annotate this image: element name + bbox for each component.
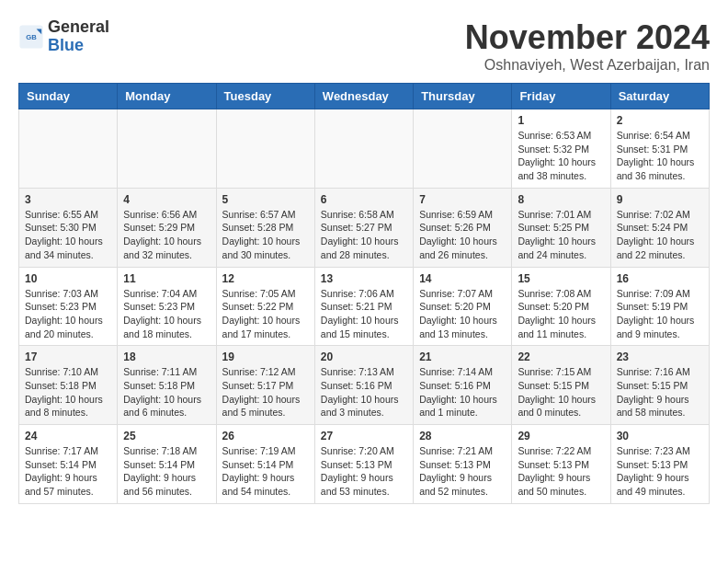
day-info: Sunrise: 6:56 AM Sunset: 5:29 PM Dayligh… bbox=[123, 208, 210, 262]
header-sunday: Sunday bbox=[19, 84, 118, 109]
calendar-cell: 1Sunrise: 6:53 AM Sunset: 5:32 PM Daylig… bbox=[512, 109, 610, 189]
calendar-cell: 28Sunrise: 7:21 AM Sunset: 5:13 PM Dayli… bbox=[414, 425, 512, 504]
day-info: Sunrise: 7:10 AM Sunset: 5:18 PM Dayligh… bbox=[25, 365, 111, 419]
header-thursday: Thursday bbox=[414, 84, 512, 109]
day-number: 4 bbox=[123, 193, 210, 206]
calendar-cell: 9Sunrise: 7:02 AM Sunset: 5:24 PM Daylig… bbox=[610, 188, 709, 267]
day-info: Sunrise: 6:57 AM Sunset: 5:28 PM Dayligh… bbox=[222, 208, 309, 262]
day-info: Sunrise: 7:20 AM Sunset: 5:13 PM Dayligh… bbox=[321, 444, 407, 499]
day-number: 5 bbox=[222, 193, 309, 206]
calendar-week-5: 24Sunrise: 7:17 AM Sunset: 5:14 PM Dayli… bbox=[19, 425, 710, 504]
calendar-cell bbox=[19, 109, 118, 189]
header-tuesday: Tuesday bbox=[216, 84, 314, 109]
day-number: 26 bbox=[222, 430, 309, 442]
day-number: 20 bbox=[321, 350, 407, 363]
day-number: 21 bbox=[419, 350, 506, 363]
day-number: 22 bbox=[518, 350, 604, 363]
day-number: 3 bbox=[25, 193, 111, 206]
calendar-header-row: SundayMondayTuesdayWednesdayThursdayFrid… bbox=[19, 84, 710, 109]
day-info: Sunrise: 7:17 AM Sunset: 5:14 PM Dayligh… bbox=[25, 444, 111, 499]
logo-blue: Blue bbox=[48, 37, 109, 55]
day-number: 24 bbox=[25, 430, 111, 442]
day-number: 1 bbox=[518, 114, 604, 127]
day-info: Sunrise: 7:18 AM Sunset: 5:14 PM Dayligh… bbox=[123, 444, 210, 499]
title-section: November 2024 Oshnaviyeh, West Azerbaija… bbox=[465, 18, 710, 74]
day-number: 7 bbox=[419, 193, 506, 206]
day-info: Sunrise: 6:54 AM Sunset: 5:31 PM Dayligh… bbox=[617, 129, 703, 183]
logo: GB General Blue bbox=[18, 18, 109, 55]
day-info: Sunrise: 7:19 AM Sunset: 5:14 PM Dayligh… bbox=[222, 444, 309, 499]
day-number: 13 bbox=[321, 272, 407, 285]
day-info: Sunrise: 6:53 AM Sunset: 5:32 PM Dayligh… bbox=[518, 129, 604, 183]
day-info: Sunrise: 7:22 AM Sunset: 5:13 PM Dayligh… bbox=[518, 444, 604, 499]
day-number: 15 bbox=[518, 272, 604, 285]
day-info: Sunrise: 7:04 AM Sunset: 5:23 PM Dayligh… bbox=[123, 287, 210, 341]
header-saturday: Saturday bbox=[610, 84, 709, 109]
calendar-cell: 17Sunrise: 7:10 AM Sunset: 5:18 PM Dayli… bbox=[19, 346, 118, 425]
calendar-cell: 24Sunrise: 7:17 AM Sunset: 5:14 PM Dayli… bbox=[19, 425, 118, 504]
day-number: 23 bbox=[617, 350, 703, 363]
day-info: Sunrise: 7:12 AM Sunset: 5:17 PM Dayligh… bbox=[222, 365, 309, 419]
page-header: GB General Blue November 2024 Oshnaviyeh… bbox=[18, 18, 710, 74]
day-number: 25 bbox=[123, 430, 210, 442]
month-title: November 2024 bbox=[465, 18, 710, 57]
calendar-cell: 19Sunrise: 7:12 AM Sunset: 5:17 PM Dayli… bbox=[216, 346, 314, 425]
calendar-cell: 29Sunrise: 7:22 AM Sunset: 5:13 PM Dayli… bbox=[512, 425, 610, 504]
day-info: Sunrise: 7:05 AM Sunset: 5:22 PM Dayligh… bbox=[222, 287, 309, 341]
calendar-cell: 12Sunrise: 7:05 AM Sunset: 5:22 PM Dayli… bbox=[216, 267, 314, 346]
calendar-cell: 2Sunrise: 6:54 AM Sunset: 5:31 PM Daylig… bbox=[610, 109, 709, 189]
logo-icon: GB bbox=[18, 24, 44, 50]
day-number: 16 bbox=[617, 272, 703, 285]
day-info: Sunrise: 6:59 AM Sunset: 5:26 PM Dayligh… bbox=[419, 208, 506, 262]
calendar-cell: 14Sunrise: 7:07 AM Sunset: 5:20 PM Dayli… bbox=[414, 267, 512, 346]
header-monday: Monday bbox=[118, 84, 216, 109]
day-info: Sunrise: 7:21 AM Sunset: 5:13 PM Dayligh… bbox=[419, 444, 506, 499]
calendar-cell: 16Sunrise: 7:09 AM Sunset: 5:19 PM Dayli… bbox=[610, 267, 709, 346]
calendar-cell: 21Sunrise: 7:14 AM Sunset: 5:16 PM Dayli… bbox=[414, 346, 512, 425]
day-info: Sunrise: 7:03 AM Sunset: 5:23 PM Dayligh… bbox=[25, 287, 111, 341]
day-number: 8 bbox=[518, 193, 604, 206]
day-info: Sunrise: 7:15 AM Sunset: 5:15 PM Dayligh… bbox=[518, 365, 604, 419]
calendar-cell: 4Sunrise: 6:56 AM Sunset: 5:29 PM Daylig… bbox=[118, 188, 216, 267]
logo-general: General bbox=[48, 18, 109, 37]
calendar-cell: 26Sunrise: 7:19 AM Sunset: 5:14 PM Dayli… bbox=[216, 425, 314, 504]
day-number: 11 bbox=[123, 272, 210, 285]
header-wednesday: Wednesday bbox=[314, 84, 413, 109]
calendar-cell bbox=[118, 109, 216, 189]
calendar-week-3: 10Sunrise: 7:03 AM Sunset: 5:23 PM Dayli… bbox=[19, 267, 710, 346]
calendar-week-4: 17Sunrise: 7:10 AM Sunset: 5:18 PM Dayli… bbox=[19, 346, 710, 425]
calendar-cell: 5Sunrise: 6:57 AM Sunset: 5:28 PM Daylig… bbox=[216, 188, 314, 267]
day-number: 30 bbox=[617, 430, 703, 442]
calendar-cell: 27Sunrise: 7:20 AM Sunset: 5:13 PM Dayli… bbox=[314, 425, 413, 504]
day-number: 14 bbox=[419, 272, 506, 285]
day-number: 2 bbox=[617, 114, 703, 127]
calendar-cell: 15Sunrise: 7:08 AM Sunset: 5:20 PM Dayli… bbox=[512, 267, 610, 346]
calendar-cell: 7Sunrise: 6:59 AM Sunset: 5:26 PM Daylig… bbox=[414, 188, 512, 267]
day-info: Sunrise: 7:09 AM Sunset: 5:19 PM Dayligh… bbox=[617, 287, 703, 341]
day-info: Sunrise: 7:02 AM Sunset: 5:24 PM Dayligh… bbox=[617, 208, 703, 262]
day-number: 28 bbox=[419, 430, 506, 442]
calendar-cell: 3Sunrise: 6:55 AM Sunset: 5:30 PM Daylig… bbox=[19, 188, 118, 267]
calendar-cell: 18Sunrise: 7:11 AM Sunset: 5:18 PM Dayli… bbox=[118, 346, 216, 425]
calendar-cell bbox=[314, 109, 413, 189]
day-number: 10 bbox=[25, 272, 111, 285]
day-info: Sunrise: 7:16 AM Sunset: 5:15 PM Dayligh… bbox=[617, 365, 703, 419]
calendar-week-1: 1Sunrise: 6:53 AM Sunset: 5:32 PM Daylig… bbox=[19, 109, 710, 189]
calendar-cell: 20Sunrise: 7:13 AM Sunset: 5:16 PM Dayli… bbox=[314, 346, 413, 425]
day-number: 9 bbox=[617, 193, 703, 206]
logo-text: General Blue bbox=[48, 18, 109, 55]
day-number: 12 bbox=[222, 272, 309, 285]
day-number: 19 bbox=[222, 350, 309, 363]
day-info: Sunrise: 7:23 AM Sunset: 5:13 PM Dayligh… bbox=[617, 444, 703, 499]
calendar-cell: 25Sunrise: 7:18 AM Sunset: 5:14 PM Dayli… bbox=[118, 425, 216, 504]
svg-text:GB: GB bbox=[26, 33, 37, 41]
calendar-cell: 30Sunrise: 7:23 AM Sunset: 5:13 PM Dayli… bbox=[610, 425, 709, 504]
day-info: Sunrise: 7:11 AM Sunset: 5:18 PM Dayligh… bbox=[123, 365, 210, 419]
day-info: Sunrise: 7:06 AM Sunset: 5:21 PM Dayligh… bbox=[321, 287, 407, 341]
location: Oshnaviyeh, West Azerbaijan, Iran bbox=[465, 57, 710, 74]
day-number: 18 bbox=[123, 350, 210, 363]
calendar-cell: 13Sunrise: 7:06 AM Sunset: 5:21 PM Dayli… bbox=[314, 267, 413, 346]
header-friday: Friday bbox=[512, 84, 610, 109]
calendar-cell: 11Sunrise: 7:04 AM Sunset: 5:23 PM Dayli… bbox=[118, 267, 216, 346]
day-info: Sunrise: 7:14 AM Sunset: 5:16 PM Dayligh… bbox=[419, 365, 506, 419]
